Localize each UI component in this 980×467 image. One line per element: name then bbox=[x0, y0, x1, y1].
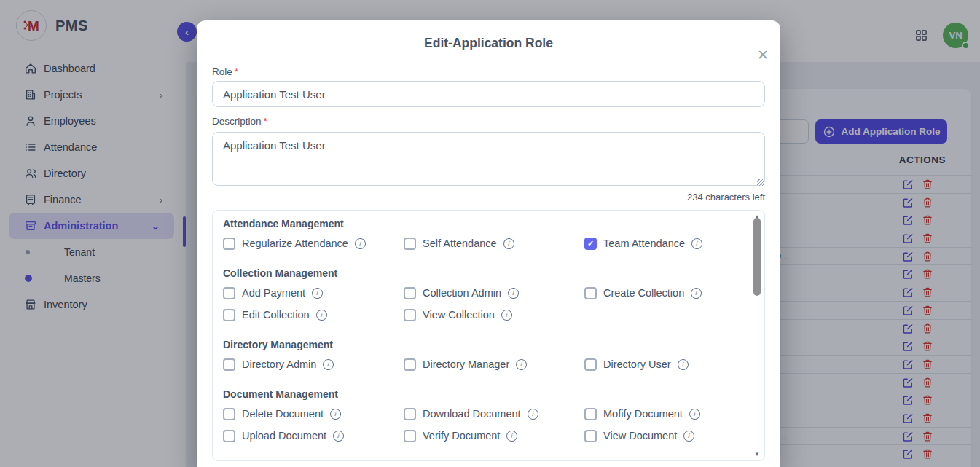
required-asterisk: * bbox=[235, 66, 238, 77]
permission-item[interactable]: Regularize Attendancei bbox=[223, 237, 404, 250]
checkbox-icon[interactable] bbox=[223, 358, 235, 371]
permission-item[interactable]: View Collectioni bbox=[404, 308, 584, 321]
permission-label: Verify Document bbox=[423, 430, 500, 442]
permissions-list: Attendance ManagementRegularize Attendan… bbox=[223, 216, 744, 455]
info-icon[interactable]: i bbox=[507, 287, 520, 299]
checkbox-icon[interactable] bbox=[223, 238, 235, 250]
permission-label: View Collection bbox=[423, 309, 495, 321]
permission-label: Download Document bbox=[423, 408, 521, 420]
permission-group: Attendance ManagementRegularize Attendan… bbox=[223, 216, 744, 250]
info-icon[interactable]: i bbox=[322, 358, 334, 371]
permission-label: Directory Manager bbox=[423, 358, 509, 370]
modal-title: Edit-Application Role bbox=[197, 36, 780, 51]
checkbox-icon[interactable] bbox=[404, 238, 416, 250]
permission-group-heading: Attendance Management bbox=[223, 216, 744, 231]
checkbox-icon[interactable] bbox=[223, 287, 235, 299]
permission-item[interactable]: Create Collectioni bbox=[584, 286, 744, 299]
info-icon[interactable]: i bbox=[689, 408, 701, 420]
permission-label: Regularize Attendance bbox=[242, 238, 348, 249]
permissions-scrollbar[interactable]: ▲ ▼ bbox=[751, 212, 763, 459]
permission-item[interactable]: View Documenti bbox=[584, 429, 744, 442]
permission-label: Directory Admin bbox=[242, 358, 316, 370]
checkbox-checked-icon[interactable]: ✓ bbox=[584, 238, 597, 250]
close-icon[interactable]: ✕ bbox=[757, 48, 769, 62]
permission-group: Directory ManagementDirectory AdminiDire… bbox=[223, 337, 744, 371]
permission-item[interactable]: Upload Documenti bbox=[223, 429, 404, 442]
permission-item[interactable]: Edit Collectioni bbox=[223, 308, 404, 321]
checkbox-icon[interactable] bbox=[584, 408, 597, 420]
edit-application-role-modal: ✕ Edit-Application Role Role* Descriptio… bbox=[197, 20, 780, 467]
permission-label: Upload Document bbox=[242, 430, 326, 442]
info-icon[interactable]: i bbox=[315, 309, 328, 321]
characters-left-counter: 234 characters left bbox=[687, 192, 765, 203]
info-icon[interactable]: i bbox=[506, 430, 518, 442]
permission-item[interactable]: Directory Manageri bbox=[404, 358, 584, 371]
permission-item[interactable]: Directory Admini bbox=[223, 358, 404, 371]
permission-item[interactable]: Self Attendancei bbox=[404, 237, 584, 250]
permission-label: Collection Admin bbox=[423, 287, 501, 299]
permission-item[interactable]: Delete Documenti bbox=[223, 407, 404, 420]
permission-label: Edit Collection bbox=[242, 309, 310, 321]
checkbox-icon[interactable] bbox=[404, 358, 416, 371]
info-icon[interactable]: i bbox=[690, 287, 702, 299]
permission-group-heading: Collection Management bbox=[223, 266, 744, 280]
app-root: M PMS Dashboard Projects › bbox=[0, 0, 980, 467]
info-icon[interactable]: i bbox=[691, 238, 703, 250]
permission-item[interactable]: Collection Admini bbox=[404, 286, 584, 299]
info-icon[interactable]: i bbox=[501, 309, 513, 321]
description-field-label: Description* bbox=[212, 116, 267, 127]
info-icon[interactable]: i bbox=[503, 238, 515, 250]
required-asterisk: * bbox=[264, 116, 267, 127]
info-icon[interactable]: i bbox=[329, 408, 342, 420]
info-icon[interactable]: i bbox=[683, 430, 695, 442]
description-textarea[interactable]: Application Test User bbox=[212, 132, 765, 186]
scroll-down-icon[interactable]: ▼ bbox=[751, 451, 763, 458]
permission-label: Delete Document bbox=[242, 408, 324, 420]
checkbox-icon[interactable] bbox=[584, 287, 597, 299]
permission-label: Create Collection bbox=[603, 287, 684, 299]
info-icon[interactable]: i bbox=[311, 287, 324, 299]
permission-group: Document ManagementDelete DocumentiDownl… bbox=[223, 387, 744, 442]
permission-group-heading: Directory Management bbox=[223, 337, 744, 352]
permission-label: Mofify Document bbox=[603, 408, 683, 420]
permissions-panel: Attendance ManagementRegularize Attendan… bbox=[212, 210, 765, 461]
role-field-label: Role* bbox=[212, 66, 238, 77]
info-icon[interactable]: i bbox=[354, 238, 366, 250]
permission-label: Add Payment bbox=[242, 287, 305, 299]
permission-item[interactable]: Verify Documenti bbox=[404, 429, 584, 442]
checkbox-icon[interactable] bbox=[223, 430, 235, 442]
permission-item[interactable]: ✓Team Attendancei bbox=[584, 237, 744, 250]
permission-item[interactable]: Directory Useri bbox=[584, 358, 744, 371]
checkbox-icon[interactable] bbox=[404, 430, 416, 442]
permission-label: View Document bbox=[603, 430, 677, 442]
scrollbar-thumb[interactable] bbox=[753, 218, 761, 296]
permission-label: Directory User bbox=[603, 358, 671, 370]
permission-label: Self Attendance bbox=[423, 238, 497, 249]
checkbox-icon[interactable] bbox=[404, 309, 416, 321]
info-icon[interactable]: i bbox=[527, 408, 539, 420]
checkbox-icon[interactable] bbox=[404, 287, 416, 299]
permission-item[interactable]: Mofify Documenti bbox=[584, 407, 744, 420]
checkbox-icon[interactable] bbox=[404, 408, 416, 420]
info-icon[interactable]: i bbox=[515, 358, 528, 371]
checkbox-icon[interactable] bbox=[584, 358, 597, 371]
role-input[interactable] bbox=[212, 81, 765, 107]
checkbox-icon[interactable] bbox=[584, 430, 597, 442]
checkbox-icon[interactable] bbox=[223, 408, 235, 420]
permission-item[interactable]: Add Paymenti bbox=[223, 286, 404, 299]
permission-label: Team Attendance bbox=[603, 238, 685, 249]
permission-group-heading: Document Management bbox=[223, 387, 744, 401]
info-icon[interactable]: i bbox=[332, 430, 345, 442]
permission-item[interactable]: Download Documenti bbox=[404, 407, 584, 420]
checkbox-icon[interactable] bbox=[223, 309, 235, 321]
permission-group: Collection ManagementAdd PaymentiCollect… bbox=[223, 266, 744, 321]
info-icon[interactable]: i bbox=[677, 358, 689, 371]
textarea-resize-handle[interactable] bbox=[757, 179, 764, 186]
